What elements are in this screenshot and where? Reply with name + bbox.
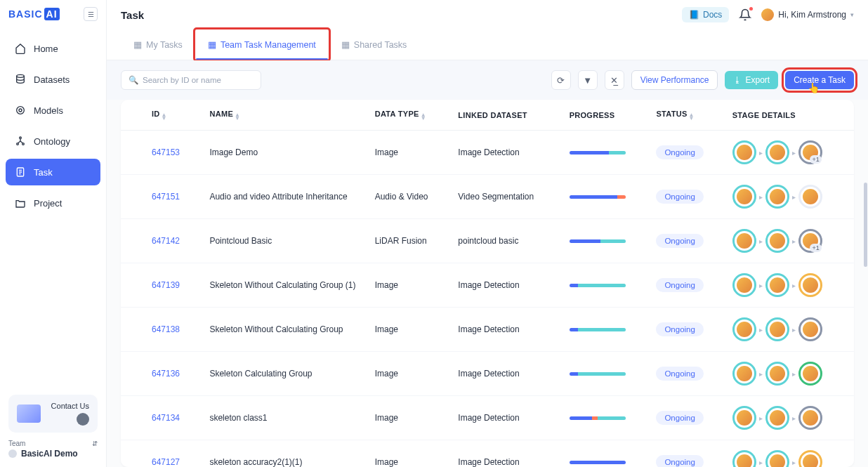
task-dataset: pointcloud basic	[451, 219, 562, 263]
chevron-right-icon: ▸	[759, 414, 763, 422]
column-header[interactable]: STATUS▲▼	[649, 100, 725, 131]
stage-avatar[interactable]	[765, 317, 789, 341]
home-icon	[14, 42, 27, 55]
task-datatype: Image	[368, 352, 452, 396]
status-badge: Ongoing	[656, 322, 703, 336]
stage-avatar[interactable]	[732, 362, 756, 386]
tab-my-tasks[interactable]: ▦My Tasks	[121, 29, 195, 60]
task-dataset: Image Detection	[451, 131, 562, 175]
sidebar-item-task[interactable]: Task	[6, 159, 100, 185]
sidebar-item-home[interactable]: Home	[6, 35, 100, 62]
main: Task 📘 Docs Hi, Kim Armstrong ▾ ▦My Task…	[107, 0, 868, 467]
stage-avatar[interactable]	[798, 450, 822, 467]
svg-point-0	[17, 74, 25, 77]
stage-avatar[interactable]	[732, 185, 756, 209]
scrollbar[interactable]	[864, 183, 867, 267]
chevron-down-icon: ▾	[850, 11, 854, 18]
task-id-link[interactable]: 647127	[152, 457, 180, 467]
stage-avatar[interactable]	[798, 273, 822, 297]
sidebar-item-label: Datasets	[34, 74, 70, 85]
export-button[interactable]: ⭳Export	[725, 71, 778, 89]
stage-details: ▸▸+1	[732, 229, 847, 253]
stage-avatar[interactable]	[798, 406, 822, 430]
ontology-icon	[14, 135, 27, 147]
task-id-link[interactable]: 647139	[152, 280, 180, 290]
status-badge: Ongoing	[656, 278, 703, 292]
create-task-button[interactable]: Create a Task 👆	[785, 71, 854, 89]
team-switcher[interactable]: Team⇵ BasicAI Demo	[8, 440, 98, 459]
user-menu[interactable]: Hi, Kim Armstrong ▾	[761, 8, 854, 21]
task-icon	[14, 166, 27, 178]
tabs: ▦My Tasks▦Team Task Management▦Shared Ta…	[107, 29, 868, 60]
columns-button[interactable]: ✕̲	[605, 70, 624, 90]
progress-bar	[570, 416, 626, 420]
stage-avatar[interactable]	[732, 140, 756, 164]
task-id-link[interactable]: 647134	[152, 413, 180, 423]
chat-bubble-icon	[77, 413, 89, 426]
sidebar-collapse-button[interactable]: ☰	[84, 7, 98, 21]
task-id-link[interactable]: 647136	[152, 369, 180, 379]
task-table: ID▲▼NAME▲▼DATA TYPE▲▼LINKED DATASETPROGR…	[121, 100, 854, 467]
svg-point-3	[17, 143, 19, 145]
stage-avatar[interactable]: +1	[798, 140, 822, 164]
stage-avatar[interactable]	[732, 406, 756, 430]
tab-shared-tasks[interactable]: ▦Shared Tasks	[329, 29, 420, 60]
stage-avatar[interactable]	[765, 273, 789, 297]
search-input[interactable]: 🔍 Search by ID or name	[121, 70, 261, 90]
column-header[interactable]: ID▲▼	[121, 100, 202, 131]
plus-count: +1	[810, 155, 821, 164]
stage-avatar[interactable]	[732, 273, 756, 297]
chevron-right-icon: ▸	[792, 414, 796, 422]
task-id-link[interactable]: 647153	[152, 147, 180, 157]
tab-icon: ▦	[208, 39, 216, 50]
task-id-link[interactable]: 647151	[152, 192, 180, 202]
refresh-icon: ⟳	[557, 75, 565, 86]
stage-avatar[interactable]	[732, 317, 756, 341]
svg-point-2	[19, 109, 22, 112]
stage-avatar[interactable]	[798, 362, 822, 386]
tab-team-task-management[interactable]: ▦Team Task Management	[195, 29, 329, 60]
contact-us-card[interactable]: Contact Us	[8, 395, 98, 433]
filter-button[interactable]: ▼	[578, 70, 598, 90]
stage-avatar[interactable]	[732, 450, 756, 467]
task-name: skeleton class1	[202, 396, 367, 440]
datasets-icon	[14, 73, 27, 86]
refresh-button[interactable]: ⟳	[551, 70, 571, 90]
docs-button[interactable]: 📘 Docs	[682, 7, 729, 22]
task-dataset: Image Detection	[451, 263, 562, 308]
project-icon	[14, 197, 27, 209]
task-id-link[interactable]: 647138	[152, 324, 180, 334]
progress-bar	[570, 284, 626, 287]
stage-avatar[interactable]: +1	[798, 229, 822, 253]
column-header[interactable]: DATA TYPE▲▼	[368, 100, 452, 131]
sidebar-item-models[interactable]: Models	[6, 97, 100, 124]
stage-avatar[interactable]	[732, 229, 756, 253]
tab-icon: ▦	[133, 39, 142, 50]
stage-avatar[interactable]	[765, 450, 789, 467]
stage-avatar[interactable]	[798, 185, 822, 209]
table-row: 647136Skeleton Calculating GroupImageIma…	[121, 352, 854, 396]
sidebar-item-project[interactable]: Project	[6, 190, 100, 216]
team-expand-icon: ⇵	[92, 440, 98, 447]
notifications-button[interactable]	[739, 8, 751, 21]
status-badge: Ongoing	[656, 145, 703, 159]
stage-avatar[interactable]	[765, 185, 789, 209]
svg-point-1	[17, 107, 25, 114]
stage-avatar[interactable]	[765, 362, 789, 386]
stage-avatar[interactable]	[765, 406, 789, 430]
stage-avatar[interactable]	[798, 317, 822, 341]
stage-details: ▸▸	[732, 406, 847, 430]
view-performance-button[interactable]: View Performance	[631, 70, 718, 90]
tab-icon: ▦	[341, 39, 350, 50]
task-id-link[interactable]: 647142	[152, 236, 180, 246]
stage-avatar[interactable]	[765, 229, 789, 253]
status-badge: Ongoing	[656, 190, 703, 204]
stage-avatar[interactable]	[765, 140, 789, 164]
columns-icon: ✕̲	[610, 75, 618, 86]
column-header[interactable]: NAME▲▼	[202, 100, 367, 131]
chevron-right-icon: ▸	[792, 370, 796, 378]
sidebar-item-ontology[interactable]: Ontology	[6, 128, 100, 154]
table-row: 647127skeleton accuracy2(1)(1)ImageImage…	[121, 440, 854, 468]
sidebar-item-datasets[interactable]: Datasets	[6, 66, 100, 93]
task-datatype: Audio & Video	[368, 175, 452, 219]
